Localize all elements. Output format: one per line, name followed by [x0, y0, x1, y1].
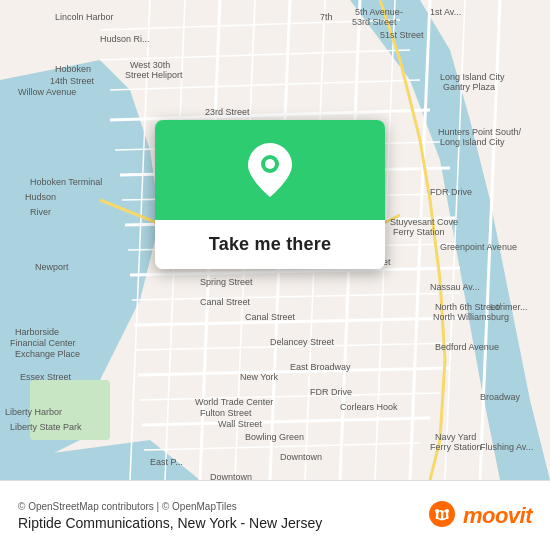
popup-green-area: [155, 120, 385, 220]
svg-text:Liberty State Park: Liberty State Park: [10, 422, 82, 432]
svg-text:Fulton Street: Fulton Street: [200, 408, 252, 418]
svg-text:New York: New York: [240, 372, 279, 382]
svg-text:Hoboken: Hoboken: [55, 64, 91, 74]
svg-text:Bedford Avenue: Bedford Avenue: [435, 342, 499, 352]
bottom-text-area: © OpenStreetMap contributors | © OpenMap…: [18, 501, 322, 531]
svg-text:Hudson Ri...: Hudson Ri...: [100, 34, 150, 44]
svg-text:East P...: East P...: [150, 457, 183, 467]
map-container: Willow Avenue Hudson River Hoboken 14th …: [0, 0, 550, 480]
svg-text:Canal Street: Canal Street: [200, 297, 251, 307]
svg-text:Harborside: Harborside: [15, 327, 59, 337]
moovit-logo[interactable]: m moovit: [426, 500, 532, 532]
moovit-wordmark: moovit: [463, 503, 532, 529]
svg-text:Canal Street: Canal Street: [245, 312, 296, 322]
svg-text:7th: 7th: [320, 12, 333, 22]
svg-text:Spring Street: Spring Street: [200, 277, 253, 287]
take-me-there-button[interactable]: Take me there: [209, 234, 331, 255]
svg-text:World Trade Center: World Trade Center: [195, 397, 273, 407]
svg-text:Delancey Street: Delancey Street: [270, 337, 335, 347]
svg-text:Essex Street: Essex Street: [20, 372, 72, 382]
svg-text:Hunters Point South/: Hunters Point South/: [438, 127, 522, 137]
popup-card: Take me there: [155, 120, 385, 269]
svg-text:53rd Street: 53rd Street: [352, 17, 397, 27]
svg-point-93: [435, 509, 439, 513]
svg-text:North Williamsburg: North Williamsburg: [433, 312, 509, 322]
svg-text:Liberty Harbor: Liberty Harbor: [5, 407, 62, 417]
svg-text:Newport: Newport: [35, 262, 69, 272]
svg-text:Long Island City: Long Island City: [440, 72, 505, 82]
svg-text:Lincoln Harbor: Lincoln Harbor: [55, 12, 114, 22]
svg-text:Gantry Plaza: Gantry Plaza: [443, 82, 495, 92]
svg-text:Ferry Station: Ferry Station: [430, 442, 482, 452]
svg-text:1st Av...: 1st Av...: [430, 7, 461, 17]
svg-text:51st Street: 51st Street: [380, 30, 424, 40]
svg-text:Wall Street: Wall Street: [218, 419, 262, 429]
svg-text:Street Heliport: Street Heliport: [125, 70, 183, 80]
svg-text:Hudson: Hudson: [25, 192, 56, 202]
svg-text:Flushing Av...: Flushing Av...: [480, 442, 533, 452]
attribution-text: © OpenStreetMap contributors | © OpenMap…: [18, 501, 322, 512]
svg-text:Greenpoint Avenue: Greenpoint Avenue: [440, 242, 517, 252]
svg-point-94: [445, 509, 449, 513]
svg-text:Financial Center: Financial Center: [10, 338, 76, 348]
svg-text:FDR Drive: FDR Drive: [430, 187, 472, 197]
moovit-icon: m: [426, 500, 458, 532]
svg-text:Corlears Hook: Corlears Hook: [340, 402, 398, 412]
svg-point-90: [265, 159, 275, 169]
location-pin-icon: [248, 143, 292, 197]
svg-text:14th Street: 14th Street: [50, 76, 95, 86]
svg-text:Broadway: Broadway: [480, 392, 521, 402]
svg-text:Ferry Station: Ferry Station: [393, 227, 445, 237]
bottom-bar: © OpenStreetMap contributors | © OpenMap…: [0, 480, 550, 550]
svg-text:Long Island City: Long Island City: [440, 137, 505, 147]
svg-text:Nassau Av...: Nassau Av...: [430, 282, 480, 292]
svg-text:West 30th: West 30th: [130, 60, 170, 70]
svg-text:Lorimer...: Lorimer...: [490, 302, 528, 312]
svg-text:River: River: [30, 207, 51, 217]
svg-text:23rd Street: 23rd Street: [205, 107, 250, 117]
svg-text:Downtown: Downtown: [280, 452, 322, 462]
svg-text:Navy Yard: Navy Yard: [435, 432, 476, 442]
svg-text:FDR Drive: FDR Drive: [310, 387, 352, 397]
svg-text:Bowling Green: Bowling Green: [245, 432, 304, 442]
location-name: Riptide Communications, New York - New J…: [18, 515, 322, 531]
svg-text:Willow Avenue: Willow Avenue: [18, 87, 76, 97]
svg-text:East Broadway: East Broadway: [290, 362, 351, 372]
popup-button-area[interactable]: Take me there: [155, 220, 385, 269]
svg-text:Exchange Place: Exchange Place: [15, 349, 80, 359]
svg-text:5th Avenue-: 5th Avenue-: [355, 7, 403, 17]
svg-text:Stuyvesant Cove: Stuyvesant Cove: [390, 217, 458, 227]
svg-text:Hoboken Terminal: Hoboken Terminal: [30, 177, 102, 187]
svg-text:Downtown: Downtown: [210, 472, 252, 480]
